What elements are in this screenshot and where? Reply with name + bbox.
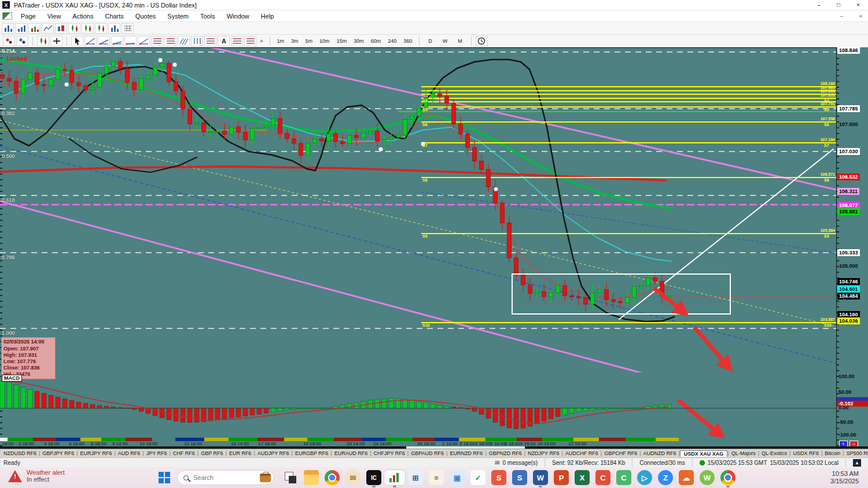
word[interactable]: W (530, 470, 551, 485)
strata-app[interactable]: S (509, 470, 530, 485)
menu-system[interactable]: System (161, 12, 194, 21)
timeframe-360[interactable]: 360 (400, 37, 415, 45)
chart-style-2-icon[interactable] (15, 23, 27, 34)
calculator[interactable]: ⊞ (405, 470, 426, 485)
tab-eur-rf6[interactable]: EUR RF6 (227, 450, 254, 456)
tab-chfjpy-rf6[interactable]: CHFJPY RF6 (372, 450, 407, 456)
pitchfork-tool-icon[interactable] (138, 36, 150, 46)
vertical-lines-tool-icon[interactable] (191, 36, 203, 46)
timeframe-5m[interactable]: 5m (303, 37, 316, 45)
powerpoint[interactable]: P (551, 470, 572, 485)
menu-tools[interactable]: Tools (194, 12, 221, 21)
bar-chart-icon[interactable] (55, 23, 67, 34)
tab-nzdusd-rf6[interactable]: NZDUSD RF6 (1, 450, 39, 456)
period-D[interactable]: D (424, 37, 437, 45)
chart-canvas[interactable] (0, 47, 836, 446)
chart-style-8-icon[interactable] (95, 23, 107, 34)
timeframe-10m[interactable]: 10m (317, 37, 333, 45)
tab-aud-rf6[interactable]: AUD RF6 (116, 450, 143, 456)
angle-tool-icon[interactable] (111, 36, 123, 46)
tab-euraud-rf6[interactable]: EURAUD RF6 (332, 450, 370, 456)
tab-audchf-rf6[interactable]: AUDCHF RF6 (563, 450, 601, 456)
new-chart-icon[interactable] (37, 36, 49, 46)
tab-gbp-rf6[interactable]: GBP RF6 (198, 450, 225, 456)
trendline-tool-icon[interactable] (84, 36, 97, 46)
notes-app[interactable]: ≡ (426, 470, 447, 485)
crosshair-icon[interactable] (50, 36, 62, 46)
fib-levels-tool-icon[interactable] (164, 36, 176, 46)
chrome[interactable] (322, 470, 343, 485)
pointer-tool-icon[interactable] (71, 36, 83, 46)
hatch-tool-icon[interactable] (178, 36, 190, 46)
zoom-app[interactable]: Z (655, 470, 676, 485)
timeframe-3m[interactable]: 3m (288, 37, 301, 45)
menu-charts[interactable]: Charts (99, 12, 129, 21)
timeframe-60m[interactable]: 60m (368, 37, 384, 45)
toolbar-overflow[interactable]: » (258, 38, 266, 44)
camtasia[interactable]: C (593, 470, 613, 485)
wordweb[interactable]: W (697, 470, 718, 485)
session-clock-icon[interactable] (476, 36, 488, 46)
tab-gbpnzd-rf6[interactable]: GBPNZD RF6 (487, 450, 524, 456)
horizontal-lines-tool-icon[interactable] (204, 36, 216, 46)
search-input[interactable] (193, 474, 245, 481)
start-button[interactable] (159, 472, 170, 483)
mdi-close-button[interactable]: × (859, 13, 862, 19)
minimize-button[interactable]: – (809, 0, 829, 10)
taskbar-clock[interactable]: 10:53 AM 3/15/2025 (830, 470, 859, 485)
mdi-minimize-button[interactable]: – (840, 13, 843, 19)
tab-ql-exotics[interactable]: QL-Exotics (759, 450, 789, 456)
menu-quotes[interactable]: Quotes (130, 12, 161, 21)
ray-tool-icon[interactable] (98, 36, 110, 46)
tab-usdx-xau-xag[interactable]: USDX XAU XAG (680, 450, 728, 457)
tab-jpy-rf6[interactable]: JPY RF6 (144, 450, 170, 456)
close-button[interactable]: × (848, 0, 868, 10)
check-app[interactable]: ✓ (468, 470, 488, 485)
tab-gbpaud-rf6[interactable]: GBPAUD RF6 (409, 450, 446, 456)
tick-chart-icon[interactable] (108, 23, 120, 34)
tab-ql-majors[interactable]: QL-Majors (729, 450, 758, 456)
candlestick-chart-icon[interactable] (68, 23, 80, 34)
tab-gbpjpy-rf6[interactable]: GBPJPY RF6 (40, 450, 76, 456)
fib-retracement-tool-icon[interactable] (151, 36, 163, 46)
timeframe-240[interactable]: 240 (385, 37, 399, 45)
tab-bitcoin[interactable]: Bitcoin (822, 450, 843, 456)
clickup[interactable]: C (613, 470, 634, 485)
weather-widget[interactable]: ! Weather alert In effect (8, 469, 65, 483)
menu-window[interactable]: Window (221, 12, 255, 21)
menu-view[interactable]: View (42, 12, 67, 21)
tab-eurgbp-rf6[interactable]: EURGBP RF6 (293, 450, 330, 456)
tab-sp500-rf6[interactable]: SP500 RF6 (844, 450, 868, 456)
mail-app[interactable]: ✉ (343, 470, 363, 485)
menu-page[interactable]: Page (15, 12, 42, 21)
tab-usdx-rf6[interactable]: USDX RF6 (790, 450, 821, 456)
chart-style-7-icon[interactable] (82, 23, 94, 34)
timeframe-30m[interactable]: 30m (351, 37, 367, 45)
timeframe-15m[interactable]: 15m (334, 37, 350, 45)
excel[interactable]: X (572, 470, 593, 485)
levels-a-tool-icon[interactable] (231, 36, 243, 46)
link-blue-icon[interactable] (16, 36, 28, 46)
text-tool-icon[interactable]: A (218, 36, 230, 46)
patrader-app[interactable] (384, 470, 405, 485)
tab-audnzd-rf6[interactable]: AUDNZD RF6 (641, 450, 679, 456)
photos-app[interactable]: ▣ (447, 470, 468, 485)
channel-tool-icon[interactable] (124, 36, 137, 46)
cloud-app[interactable]: ☁ (676, 470, 697, 485)
link-red-icon[interactable] (3, 36, 15, 46)
file-explorer[interactable] (301, 470, 322, 485)
chrome-2[interactable] (718, 470, 738, 485)
chart-style-1-icon[interactable] (2, 23, 14, 34)
timeframe-1m[interactable]: 1m (274, 37, 288, 45)
volume-chart-icon[interactable] (28, 23, 41, 34)
sublime-app[interactable]: S (488, 470, 509, 485)
period-M[interactable]: M (453, 37, 467, 45)
levels-b-tool-icon[interactable] (244, 36, 256, 46)
tab-audjpy-rf6[interactable]: AUDJPY RF6 (255, 450, 292, 456)
task-view[interactable] (280, 470, 301, 485)
line-chart-icon[interactable] (42, 23, 54, 34)
search-box[interactable] (177, 470, 274, 485)
telegram[interactable]: ▷ (634, 470, 655, 485)
period-W[interactable]: W (438, 37, 453, 45)
menu-actions[interactable]: Actions (67, 12, 99, 21)
